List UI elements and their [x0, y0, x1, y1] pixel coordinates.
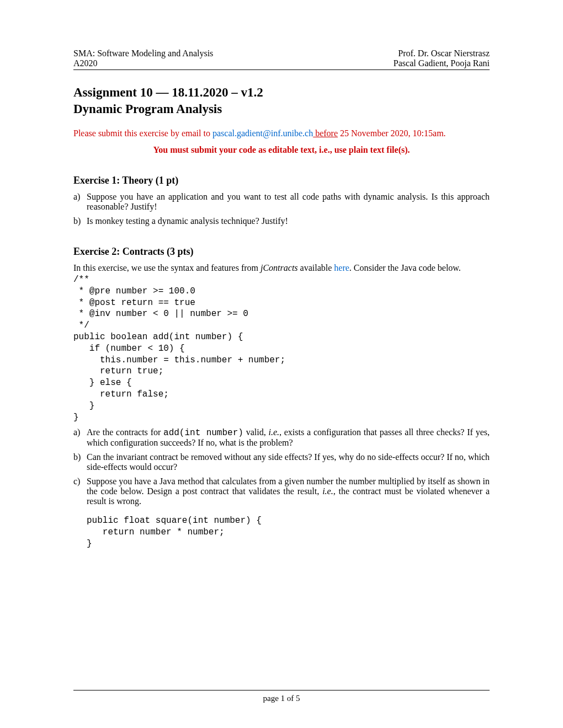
page-header: SMA: Software Modeling and Analysis A202… [73, 49, 490, 70]
submission-suffix: 25 November 2020, 10:15am. [338, 129, 446, 138]
exercise2-b-text: Can the invariant contract be removed wi… [87, 452, 490, 472]
exercise1-header: Exercise 1: Theory (1 pt) [73, 175, 490, 186]
exercise2-item-a: a) Are the contracts for add(int number)… [73, 427, 490, 448]
course-title: SMA: Software Modeling and Analysis [73, 49, 213, 58]
course-term: A2020 [73, 58, 213, 68]
exercise2-c-content: Suppose you have a Java method that calc… [87, 477, 490, 506]
assignment-subtitle: Dynamic Program Analysis [73, 102, 490, 116]
page-number: page 1 of 5 [263, 694, 300, 703]
c-italic: i.e., [322, 486, 336, 496]
list-label-b2: b) [73, 452, 87, 472]
a-part1: Are the contracts for [87, 427, 163, 437]
exercise1-item-b: b) Is monkey testing a dynamic analysis … [73, 216, 490, 226]
a-part2: valid, [243, 427, 269, 437]
code-block-1: /** * @pre number >= 100.0 * @post retur… [73, 274, 490, 423]
submission-email-link[interactable]: pascal.gadient@inf.unibe.ch [213, 129, 313, 138]
submission-prefix: Please submit this exercise by email to [73, 129, 213, 138]
header-left: SMA: Software Modeling and Analysis A202… [73, 49, 213, 68]
assignment-title: Assignment 10 — 18.11.2020 – v1.2 [73, 85, 490, 100]
header-right: Prof. Dr. Oscar Nierstrasz Pascal Gadien… [394, 49, 490, 68]
list-label-b: b) [73, 216, 87, 226]
intro-italic: jContracts [261, 263, 298, 272]
exercise1-item-a: a) Suppose you have an application and y… [73, 192, 490, 212]
a-code: add(int number) [163, 428, 243, 438]
a-italic: i.e., [268, 427, 282, 437]
intro-part2: available [298, 263, 334, 272]
list-label-a: a) [73, 192, 87, 212]
exercise1-b-text: Is monkey testing a dynamic analysis tec… [87, 216, 490, 226]
exercise2-item-b: b) Can the invariant contract be removed… [73, 452, 490, 472]
intro-part1: In this exercise, we use the syntax and … [73, 263, 261, 272]
submission-notice: Please submit this exercise by email to … [73, 129, 490, 138]
submission-before: before [313, 129, 338, 138]
exercise2-header: Exercise 2: Contracts (3 pts) [73, 246, 490, 258]
intro-link[interactable]: here [334, 263, 349, 272]
exercise2-intro: In this exercise, we use the syntax and … [73, 263, 490, 273]
page-footer: page 1 of 5 [73, 690, 490, 703]
exercise1-a-text: Suppose you have an application and you … [87, 192, 490, 212]
exercise2-item-c: c) Suppose you have a Java method that c… [73, 477, 490, 506]
intro-part3: . Consider the Java code below. [349, 263, 461, 272]
assistant-names: Pascal Gadient, Pooja Rani [394, 58, 490, 68]
code-block-2: public float square(int number) { return… [87, 515, 490, 549]
title-section: Assignment 10 — 18.11.2020 – v1.2 Dynami… [73, 85, 490, 116]
list-label-c: c) [73, 477, 87, 506]
submission-bold-notice: You must submit your code as editable te… [73, 145, 490, 155]
professor-name: Prof. Dr. Oscar Nierstrasz [394, 49, 490, 58]
list-label-a2: a) [73, 427, 87, 448]
exercise2-a-content: Are the contracts for add(int number) va… [87, 427, 490, 448]
